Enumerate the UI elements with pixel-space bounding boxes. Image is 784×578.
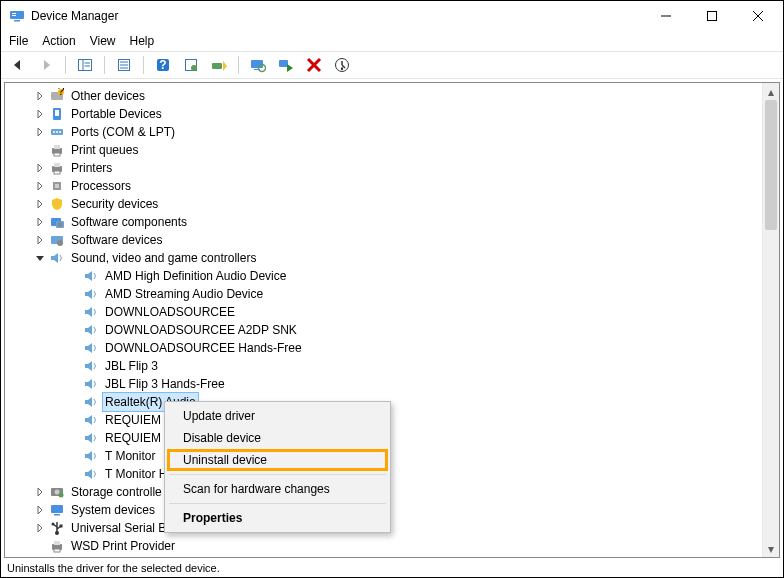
swcomp-icon — [49, 214, 65, 230]
context-menu-item-update-driver[interactable]: Update driver — [167, 405, 388, 427]
scroll-thumb[interactable] — [765, 100, 777, 230]
context-menu-item-scan-for-hardware-changes[interactable]: Scan for hardware changes — [167, 478, 388, 500]
context-menu-item-uninstall-device[interactable]: Uninstall device — [167, 449, 388, 471]
tree-node-label: System devices — [69, 501, 157, 519]
tree-node-child-9[interactable]: REQUIEM Ha — [5, 429, 779, 447]
uninstall-device-button[interactable] — [303, 54, 325, 76]
tree-node-bottom-2[interactable]: Universal Serial B — [5, 519, 779, 537]
chevron-right-icon[interactable] — [33, 107, 47, 121]
tree-node-top-5[interactable]: Processors — [5, 177, 779, 195]
usb-icon — [49, 520, 65, 536]
forward-button[interactable] — [35, 54, 57, 76]
chevron-right-icon[interactable] — [33, 485, 47, 499]
tree-node-label: DOWNLOADSOURCEE Hands-Free — [103, 339, 304, 357]
tree-node-bottom-0[interactable]: Storage controlle — [5, 483, 779, 501]
svg-point-52 — [59, 493, 64, 498]
scan-hardware-button[interactable] — [247, 54, 269, 76]
toolbar: ? — [1, 51, 783, 79]
sound-icon — [83, 448, 99, 464]
properties-button[interactable] — [113, 54, 135, 76]
tree-node-top-2[interactable]: Ports (COM & LPT) — [5, 123, 779, 141]
tree-node-child-3[interactable]: DOWNLOADSOURCEE A2DP SNK — [5, 321, 779, 339]
chevron-right-icon[interactable] — [33, 521, 47, 535]
tree-node-child-4[interactable]: DOWNLOADSOURCEE Hands-Free — [5, 339, 779, 357]
tree-node-child-7[interactable]: Realtek(R) Audio — [5, 393, 779, 411]
chevron-down-icon[interactable] — [33, 251, 47, 265]
show-hidden-button[interactable] — [331, 54, 353, 76]
tree-node-top-0[interactable]: ?Other devices — [5, 87, 779, 105]
sound-icon — [83, 268, 99, 284]
svg-rect-20 — [212, 63, 222, 69]
disable-device-button[interactable] — [275, 54, 297, 76]
tree-node-label: Security devices — [69, 195, 160, 213]
tree-node-label: Software components — [69, 213, 189, 231]
tree-node-top-8[interactable]: Software devices — [5, 231, 779, 249]
tree-node-top-6[interactable]: Security devices — [5, 195, 779, 213]
tree-node-child-2[interactable]: DOWNLOADSOURCEE — [5, 303, 779, 321]
print-icon — [49, 142, 65, 158]
help-button[interactable]: ? — [152, 54, 174, 76]
chevron-right-icon[interactable] — [33, 197, 47, 211]
chevron-right-icon[interactable] — [33, 215, 47, 229]
tree-node-top-3[interactable]: Print queues — [5, 141, 779, 159]
scroll-down-icon[interactable]: ▾ — [763, 540, 779, 557]
tree-node-label: Processors — [69, 177, 133, 195]
close-button[interactable] — [735, 1, 781, 31]
device-tree[interactable]: ?Other devicesPortable DevicesPorts (COM… — [5, 83, 779, 557]
tree-node-top-4[interactable]: Printers — [5, 159, 779, 177]
toolbar-separator — [238, 56, 239, 74]
tree-node-bottom-1[interactable]: System devices — [5, 501, 779, 519]
svg-point-59 — [52, 523, 55, 526]
svg-rect-39 — [54, 153, 60, 156]
tree-node-bottom-3[interactable]: WSD Print Provider — [5, 537, 779, 555]
action-button[interactable] — [180, 54, 202, 76]
system-icon — [49, 502, 65, 518]
menu-help[interactable]: Help — [130, 34, 155, 48]
maximize-button[interactable] — [689, 1, 735, 31]
cpu-icon — [49, 178, 65, 194]
chevron-right-icon[interactable] — [33, 179, 47, 193]
menu-action[interactable]: Action — [42, 34, 75, 48]
tree-node-child-10[interactable]: T Monitor — [5, 447, 779, 465]
context-menu-separator — [169, 474, 386, 475]
update-driver-button[interactable] — [208, 54, 230, 76]
context-menu-item-disable-device[interactable]: Disable device — [167, 427, 388, 449]
tree-node-child-1[interactable]: AMD Streaming Audio Device — [5, 285, 779, 303]
minimize-button[interactable] — [643, 1, 689, 31]
scroll-up-icon[interactable]: ▴ — [763, 83, 779, 100]
tree-node-top-1[interactable]: Portable Devices — [5, 105, 779, 123]
back-button[interactable] — [7, 54, 29, 76]
svg-point-19 — [191, 65, 197, 71]
sound-icon — [83, 358, 99, 374]
menu-view[interactable]: View — [90, 34, 116, 48]
tree-node-sound-controllers[interactable]: Sound, video and game controllers — [5, 249, 779, 267]
chevron-right-icon[interactable] — [33, 89, 47, 103]
svg-rect-24 — [279, 60, 288, 67]
menu-file[interactable]: File — [9, 34, 28, 48]
chevron-right-icon[interactable] — [33, 161, 47, 175]
tree-node-label: Storage controlle — [69, 483, 164, 501]
tree-node-child-6[interactable]: JBL Flip 3 Hands-Free — [5, 375, 779, 393]
svg-rect-8 — [79, 60, 92, 71]
tree-node-child-11[interactable]: T Monitor Ha — [5, 465, 779, 483]
svg-rect-42 — [54, 171, 60, 174]
tree-node-top-7[interactable]: Software components — [5, 213, 779, 231]
show-hide-tree-button[interactable] — [74, 54, 96, 76]
chevron-right-icon[interactable] — [33, 233, 47, 247]
context-menu-item-properties[interactable]: Properties — [167, 507, 388, 529]
chevron-right-icon[interactable] — [33, 503, 47, 517]
chevron-right-icon[interactable] — [33, 125, 47, 139]
tree-node-child-0[interactable]: AMD High Definition Audio Device — [5, 267, 779, 285]
tree-node-label: AMD High Definition Audio Device — [103, 267, 288, 285]
sound-icon — [83, 322, 99, 338]
scrollbar[interactable]: ▴ ▾ — [762, 83, 779, 557]
tree-node-label: Printers — [69, 159, 114, 177]
toolbar-separator — [104, 56, 105, 74]
tree-node-child-8[interactable]: REQUIEM A2 — [5, 411, 779, 429]
tree-node-child-5[interactable]: JBL Flip 3 — [5, 357, 779, 375]
port-icon — [49, 124, 65, 140]
app-icon — [9, 8, 25, 24]
svg-rect-5 — [708, 12, 717, 21]
window-title: Device Manager — [31, 9, 643, 23]
print-icon — [49, 538, 65, 554]
